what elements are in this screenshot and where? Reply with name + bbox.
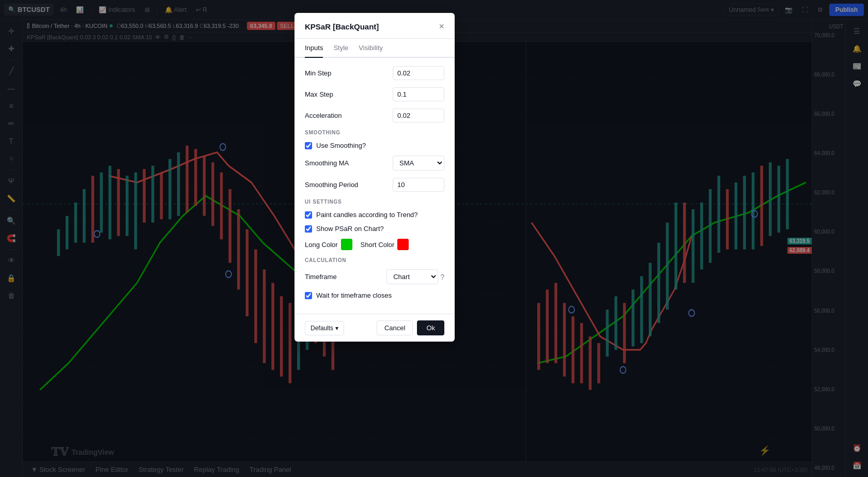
use-smoothing-checkbox[interactable] — [305, 142, 312, 149]
show-psar-row: Show PSaR on Chart? — [305, 225, 444, 233]
show-psar-checkbox[interactable] — [305, 225, 312, 233]
short-color-item: Short Color — [361, 239, 409, 250]
timeframe-label: Timeframe — [305, 273, 337, 281]
long-color-swatch[interactable] — [341, 239, 352, 250]
smoothing-ma-select[interactable]: SMA EMA WMA VWMA RMA — [393, 156, 444, 171]
acceleration-label: Acceleration — [305, 112, 342, 119]
smoothing-period-input[interactable] — [393, 178, 444, 192]
acceleration-input[interactable] — [393, 109, 444, 122]
acceleration-row: Acceleration — [305, 109, 444, 122]
max-step-label: Max Step — [305, 90, 333, 98]
timeframe-help-icon: ? — [440, 273, 444, 281]
min-step-input[interactable] — [393, 66, 444, 80]
ok-button[interactable]: Ok — [417, 320, 444, 335]
modal-header: KPSaR [BackQuant] × — [295, 13, 455, 39]
footer-right: Cancel Ok — [377, 320, 444, 335]
wait-timeframe-label: Wait for timeframe closes — [316, 291, 392, 299]
tab-inputs[interactable]: Inputs — [305, 39, 323, 58]
min-step-label: Min Step — [305, 69, 331, 77]
show-psar-label: Show PSaR on Chart? — [316, 225, 384, 233]
max-step-input[interactable] — [393, 87, 444, 101]
tab-style[interactable]: Style — [333, 39, 348, 58]
paint-candles-checkbox[interactable] — [305, 211, 312, 219]
defaults-button[interactable]: Defaults ▾ — [305, 321, 344, 335]
use-smoothing-row: Use Smoothing? — [305, 142, 444, 149]
paint-candles-label: Paint candles according to Trend? — [316, 211, 418, 219]
modal-body: Min Step Max Step Acceleration SMOOTHING… — [295, 58, 455, 314]
timeframe-row: Timeframe Chart 1 5 15 60 240 D W ? — [305, 269, 444, 284]
modal-overlay[interactable]: KPSaR [BackQuant] × Inputs Style Visibil… — [0, 0, 868, 477]
modal-title: KPSaR [BackQuant] — [305, 22, 379, 31]
paint-candles-row: Paint candles according to Trend? — [305, 211, 444, 219]
timeframe-select[interactable]: Chart 1 5 15 60 240 D W — [386, 269, 438, 284]
smoothing-period-label: Smoothing Period — [305, 181, 358, 189]
ui-settings-section-label: UI SETTINGS — [305, 199, 444, 205]
wait-timeframe-checkbox[interactable] — [305, 292, 312, 299]
modal-tabs: Inputs Style Visibility — [295, 39, 455, 58]
short-color-label: Short Color — [361, 241, 395, 249]
use-smoothing-label: Use Smoothing? — [316, 142, 366, 149]
smoothing-section-label: SMOOTHING — [305, 130, 444, 135]
cancel-button[interactable]: Cancel — [377, 320, 413, 335]
calculation-section-label: CALCULATION — [305, 257, 444, 263]
modal-dialog: KPSaR [BackQuant] × Inputs Style Visibil… — [295, 13, 455, 342]
color-row: Long Color Short Color — [305, 239, 444, 250]
short-color-swatch[interactable] — [397, 239, 409, 250]
smoothing-ma-label: Smoothing MA — [305, 159, 349, 167]
modal-footer: Defaults ▾ Cancel Ok — [295, 314, 455, 342]
tab-visibility[interactable]: Visibility — [359, 39, 383, 58]
wait-timeframe-row: Wait for timeframe closes — [305, 291, 444, 299]
modal-close-button[interactable]: × — [439, 21, 444, 32]
min-step-row: Min Step — [305, 66, 444, 80]
max-step-row: Max Step — [305, 87, 444, 101]
long-color-label: Long Color — [305, 241, 338, 249]
smoothing-period-row: Smoothing Period — [305, 178, 444, 192]
smoothing-ma-row: Smoothing MA SMA EMA WMA VWMA RMA — [305, 156, 444, 171]
long-color-item: Long Color — [305, 239, 352, 250]
